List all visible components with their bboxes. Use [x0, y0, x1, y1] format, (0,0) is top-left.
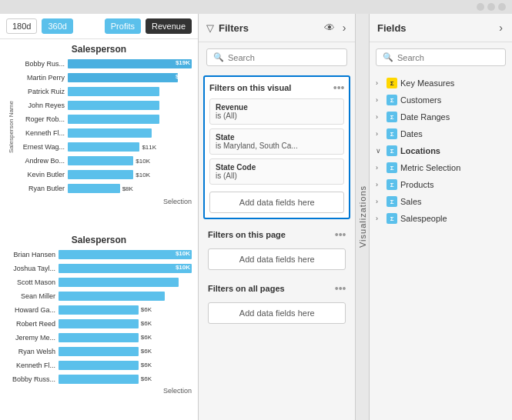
bar-label: Howard Ga...: [6, 306, 59, 314]
field-group-header[interactable]: › Σ Date Ranges: [370, 109, 512, 125]
field-type-icon: Σ: [387, 179, 397, 190]
chart1-bar-row: Martin Perry $17K: [15, 72, 192, 84]
filters-on-all-add-button[interactable]: Add data fields here: [208, 302, 346, 324]
filter-icon: ▽: [206, 22, 214, 34]
filters-forward-button[interactable]: ›: [341, 20, 348, 35]
bar-value-outside: $10K: [136, 158, 150, 165]
chevron-icon: ›: [376, 130, 383, 138]
visualizations-tab[interactable]: Visualizations: [356, 14, 370, 420]
bar-track[interactable]: $14K: [68, 101, 192, 110]
bar-label: Ryan Welsh: [6, 348, 59, 355]
fields-collapse-button[interactable]: ›: [497, 20, 504, 35]
bar-fill: [68, 142, 139, 152]
bar-track[interactable]: $9K: [59, 278, 192, 287]
profits-button[interactable]: Profits: [105, 18, 141, 34]
bar-fill: $14K: [68, 101, 159, 110]
field-group-header[interactable]: › Σ Key Measures: [370, 75, 512, 91]
minimize-btn[interactable]: [477, 3, 484, 11]
filters-on-visual-title: Filters on this visual: [209, 83, 291, 92]
fields-panel: Fields › 🔍 › Σ Key Measures › Σ Customer…: [370, 14, 512, 420]
bar-track[interactable]: $14K: [68, 115, 192, 124]
bar-track[interactable]: $6K: [59, 347, 192, 356]
field-group-name: Dates: [400, 129, 423, 138]
bar-track[interactable]: $6K: [59, 361, 192, 370]
bar-label: Joshua Tayl...: [6, 265, 59, 272]
field-group-header[interactable]: › Σ Metric Selection: [370, 160, 512, 175]
chart1-bar-row: Kenneth Fl... $13K: [15, 127, 192, 139]
bar-track[interactable]: $11K: [68, 142, 192, 152]
field-group: › Σ Dates: [370, 126, 512, 142]
close-btn[interactable]: [498, 3, 506, 11]
bar-fill: [59, 319, 139, 328]
filters-on-all-more[interactable]: •••: [335, 282, 346, 295]
bar-track[interactable]: $14K: [68, 87, 192, 96]
time-180d-button[interactable]: 180d: [6, 18, 37, 34]
chart1-bar-row: Ryan Butler $8K: [15, 182, 192, 195]
bar-track[interactable]: $6K: [59, 319, 192, 328]
filters-body: Filters on this visual ••• Revenue is (A…: [199, 72, 355, 420]
filters-header: ▽ Filters 👁 ›: [199, 14, 355, 42]
filters-panel: ▽ Filters 👁 › 🔍 Filters on this visual •…: [199, 14, 356, 420]
field-group: › Σ Key Measures: [370, 75, 512, 91]
filters-on-visual-add-button[interactable]: Add data fields here: [209, 192, 344, 213]
chart1-bar-row: Ernest Wag... $11K: [15, 141, 192, 153]
bar-track[interactable]: $10K: [59, 264, 192, 273]
filter-card-title: State: [216, 133, 338, 142]
bar-value-outside: $6K: [141, 320, 152, 327]
field-group-header[interactable]: › Σ Dates: [370, 126, 512, 142]
filters-search-input[interactable]: [228, 53, 340, 62]
filters-eye-button[interactable]: 👁: [323, 20, 336, 35]
bar-track[interactable]: $6K: [59, 333, 192, 342]
chart1-title: Salesperson: [6, 44, 192, 55]
filter-card[interactable]: Revenue is (All): [209, 98, 344, 125]
time-360d-button[interactable]: 360d: [42, 18, 72, 34]
revenue-button[interactable]: Revenue: [146, 18, 192, 34]
field-group-header[interactable]: › Σ Products: [370, 177, 512, 192]
filters-on-all-section: Filters on all pages ••• Add data fields…: [203, 279, 350, 327]
bar-label: Kevin Butler: [15, 171, 68, 178]
field-group-name: Date Ranges: [400, 112, 450, 122]
filter-card-value: is (All): [216, 172, 338, 180]
bar-track[interactable]: $8K: [68, 184, 192, 193]
filter-card[interactable]: State is Maryland, South Ca...: [209, 128, 344, 155]
maximize-btn[interactable]: [487, 3, 495, 11]
filters-on-page-more[interactable]: •••: [335, 228, 346, 241]
bar-track[interactable]: $10K: [68, 156, 192, 165]
field-group-header[interactable]: › Σ Sales: [370, 194, 512, 209]
field-group-header[interactable]: ∨ Σ Locations: [370, 143, 512, 158]
bar-track[interactable]: $19K: [68, 59, 192, 68]
bar-track[interactable]: $6K: [59, 375, 192, 384]
field-group-name: Metric Selection: [400, 163, 460, 172]
field-group: › Σ Metric Selection: [370, 160, 512, 175]
field-group: › Σ Customers: [370, 92, 512, 108]
bar-value: $13K: [176, 128, 190, 135]
bar-track[interactable]: $17K: [68, 73, 192, 82]
chart1-bar-row: Patrick Ruiz $14K: [15, 85, 192, 98]
bar-value-outside: $8K: [122, 185, 133, 192]
field-group: ∨ Σ Locations: [370, 143, 512, 158]
filter-card[interactable]: State Code is (All): [209, 158, 344, 185]
bar-track[interactable]: $10K: [68, 170, 192, 179]
filters-on-visual-more[interactable]: •••: [333, 82, 345, 94]
bar-track[interactable]: $13K: [68, 128, 192, 138]
field-group-header[interactable]: › Σ Customers: [370, 92, 512, 108]
bar-fill: $19K: [68, 59, 192, 68]
bar-value: $10K: [176, 264, 190, 271]
bar-track[interactable]: $6K: [59, 305, 192, 315]
bar-track[interactable]: $8K: [59, 292, 192, 301]
bar-track[interactable]: $10K: [59, 250, 192, 259]
bar-value-outside: $6K: [141, 348, 152, 355]
bar-label: Ryan Butler: [15, 185, 68, 192]
filters-search-icon: 🔍: [213, 52, 224, 62]
field-group-name: Salespeople: [400, 214, 447, 223]
chevron-icon: ›: [376, 164, 383, 172]
field-group: › Σ Sales: [370, 194, 512, 209]
bar-fill: $10K: [59, 250, 192, 259]
fields-search-input[interactable]: [397, 53, 504, 62]
fields-search-icon: 🔍: [383, 52, 393, 62]
filters-search-box: 🔍: [206, 48, 347, 66]
field-group-header[interactable]: › Σ Salespeople: [370, 211, 512, 226]
bar-label: Bobby Russ...: [6, 375, 59, 383]
field-type-icon: Σ: [387, 145, 397, 156]
filters-on-page-add-button[interactable]: Add data fields here: [208, 248, 346, 270]
